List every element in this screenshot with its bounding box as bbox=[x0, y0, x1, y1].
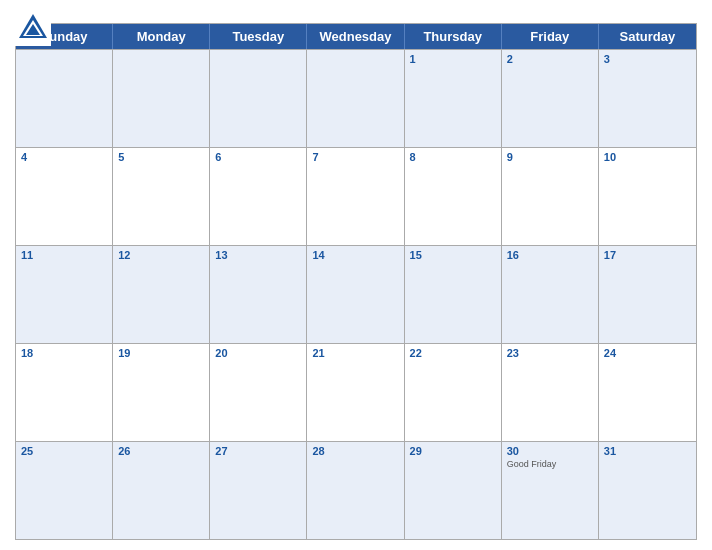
weeks-container: 1234567891011121314151617181920212223242… bbox=[16, 49, 696, 539]
day-cell: 6 bbox=[210, 148, 307, 245]
calendar-header bbox=[15, 10, 697, 23]
day-number: 5 bbox=[118, 151, 204, 163]
day-number: 13 bbox=[215, 249, 301, 261]
logo bbox=[15, 10, 55, 46]
day-number: 4 bbox=[21, 151, 107, 163]
day-cell: 17 bbox=[599, 246, 696, 343]
day-number: 21 bbox=[312, 347, 398, 359]
week-row-3: 11121314151617 bbox=[16, 245, 696, 343]
day-number: 6 bbox=[215, 151, 301, 163]
day-cell: 10 bbox=[599, 148, 696, 245]
day-header-tuesday: Tuesday bbox=[210, 24, 307, 49]
day-number: 23 bbox=[507, 347, 593, 359]
day-cell: 30Good Friday bbox=[502, 442, 599, 539]
day-number: 28 bbox=[312, 445, 398, 457]
day-cell: 1 bbox=[405, 50, 502, 147]
day-header-friday: Friday bbox=[502, 24, 599, 49]
day-number: 22 bbox=[410, 347, 496, 359]
day-cell: 8 bbox=[405, 148, 502, 245]
day-header-wednesday: Wednesday bbox=[307, 24, 404, 49]
day-number: 12 bbox=[118, 249, 204, 261]
day-cell: 15 bbox=[405, 246, 502, 343]
day-cell: 9 bbox=[502, 148, 599, 245]
day-cell: 11 bbox=[16, 246, 113, 343]
day-number: 24 bbox=[604, 347, 691, 359]
day-cell: 16 bbox=[502, 246, 599, 343]
day-cell bbox=[113, 50, 210, 147]
day-cell: 27 bbox=[210, 442, 307, 539]
day-number: 10 bbox=[604, 151, 691, 163]
day-cell: 24 bbox=[599, 344, 696, 441]
day-number: 26 bbox=[118, 445, 204, 457]
day-number: 18 bbox=[21, 347, 107, 359]
week-row-2: 45678910 bbox=[16, 147, 696, 245]
day-number: 16 bbox=[507, 249, 593, 261]
day-number: 9 bbox=[507, 151, 593, 163]
day-number: 3 bbox=[604, 53, 691, 65]
day-cell: 26 bbox=[113, 442, 210, 539]
day-cell: 25 bbox=[16, 442, 113, 539]
day-number: 7 bbox=[312, 151, 398, 163]
day-number: 25 bbox=[21, 445, 107, 457]
week-row-5: 252627282930Good Friday31 bbox=[16, 441, 696, 539]
day-number: 20 bbox=[215, 347, 301, 359]
day-cell bbox=[307, 50, 404, 147]
day-cell: 7 bbox=[307, 148, 404, 245]
day-cell: 21 bbox=[307, 344, 404, 441]
day-cell: 13 bbox=[210, 246, 307, 343]
day-cell bbox=[16, 50, 113, 147]
day-number: 15 bbox=[410, 249, 496, 261]
day-cell: 28 bbox=[307, 442, 404, 539]
logo-icon bbox=[15, 10, 51, 46]
week-row-1: 123 bbox=[16, 49, 696, 147]
day-cell: 2 bbox=[502, 50, 599, 147]
day-cell: 5 bbox=[113, 148, 210, 245]
day-number: 11 bbox=[21, 249, 107, 261]
day-cell bbox=[210, 50, 307, 147]
day-header-monday: Monday bbox=[113, 24, 210, 49]
day-number: 14 bbox=[312, 249, 398, 261]
day-cell: 4 bbox=[16, 148, 113, 245]
day-cell: 19 bbox=[113, 344, 210, 441]
day-cell: 23 bbox=[502, 344, 599, 441]
day-number: 8 bbox=[410, 151, 496, 163]
day-cell: 20 bbox=[210, 344, 307, 441]
day-header-thursday: Thursday bbox=[405, 24, 502, 49]
day-number: 2 bbox=[507, 53, 593, 65]
holiday-label: Good Friday bbox=[507, 459, 593, 469]
week-row-4: 18192021222324 bbox=[16, 343, 696, 441]
day-cell: 29 bbox=[405, 442, 502, 539]
day-number: 27 bbox=[215, 445, 301, 457]
day-number: 19 bbox=[118, 347, 204, 359]
day-number: 17 bbox=[604, 249, 691, 261]
day-headers-row: SundayMondayTuesdayWednesdayThursdayFrid… bbox=[16, 24, 696, 49]
day-cell: 18 bbox=[16, 344, 113, 441]
day-cell: 12 bbox=[113, 246, 210, 343]
day-number: 31 bbox=[604, 445, 691, 457]
day-number: 29 bbox=[410, 445, 496, 457]
day-cell: 3 bbox=[599, 50, 696, 147]
calendar-grid: SundayMondayTuesdayWednesdayThursdayFrid… bbox=[15, 23, 697, 540]
day-number: 30 bbox=[507, 445, 593, 457]
day-cell: 31 bbox=[599, 442, 696, 539]
day-header-saturday: Saturday bbox=[599, 24, 696, 49]
day-cell: 14 bbox=[307, 246, 404, 343]
calendar-container: SundayMondayTuesdayWednesdayThursdayFrid… bbox=[0, 0, 712, 550]
day-cell: 22 bbox=[405, 344, 502, 441]
day-number: 1 bbox=[410, 53, 496, 65]
